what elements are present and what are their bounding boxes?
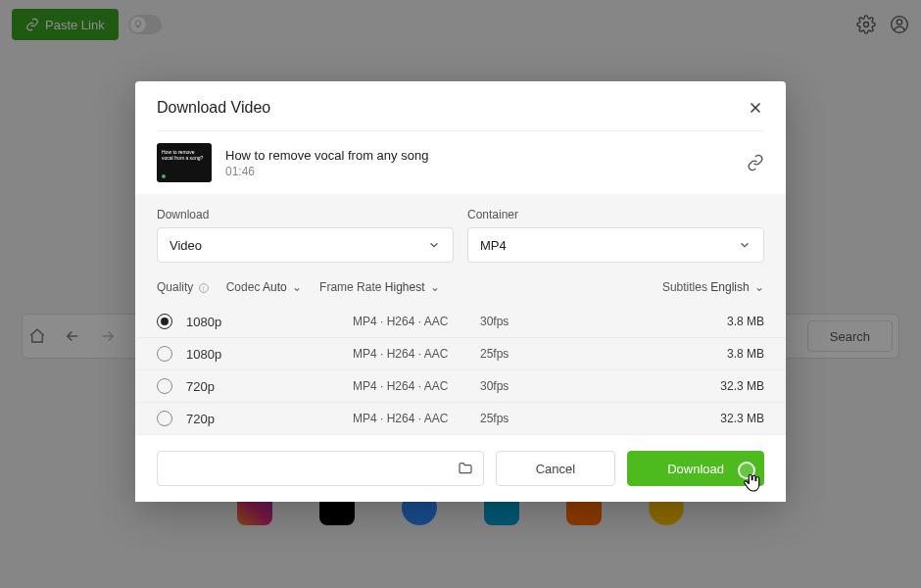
video-thumbnail: How to remove vocal from a song? (157, 143, 212, 182)
subtitles-filter[interactable]: Subtitles English ⌄ (662, 280, 764, 294)
open-link-icon[interactable] (747, 154, 764, 172)
quality-size: 32.3 MB (720, 379, 764, 393)
selects-bar: Download Video Container MP4 (135, 194, 786, 280)
radio-icon (157, 411, 172, 426)
filter-row: Quality i Codec Auto ⌄ Frame Rate Highes… (135, 280, 786, 306)
framerate-filter[interactable]: Frame Rate Highest ⌄ (319, 280, 440, 294)
modal-header: Download Video (135, 81, 786, 130)
radio-icon (157, 378, 172, 394)
codec-filter[interactable]: Codec Auto ⌄ (226, 280, 302, 294)
quality-list: 1080pMP4 · H264 · AAC30fps3.8 MB1080pMP4… (135, 306, 786, 434)
quality-label: Quality (157, 280, 193, 294)
quality-codec: MP4 · H264 · AAC (353, 347, 480, 361)
quality-codec: MP4 · H264 · AAC (353, 412, 480, 425)
quality-option[interactable]: 1080pMP4 · H264 · AAC30fps3.8 MB (135, 306, 786, 337)
cancel-label: Cancel (536, 462, 575, 476)
quality-option[interactable]: 720pMP4 · H264 · AAC25fps32.3 MB (135, 402, 786, 434)
output-path-field[interactable] (157, 451, 484, 486)
container-select-label: Container (467, 208, 764, 221)
container-select[interactable]: MP4 (467, 227, 764, 263)
quality-fps: 25fps (480, 412, 568, 425)
chevron-down-icon: ⌄ (430, 280, 440, 294)
radio-icon (157, 346, 172, 362)
cancel-button[interactable]: Cancel (496, 451, 615, 486)
quality-codec: MP4 · H264 · AAC (353, 379, 480, 393)
modal-title: Download Video (157, 99, 270, 117)
video-title: How to remove vocal from any song (225, 148, 428, 163)
quality-resolution: 1080p (186, 315, 353, 329)
chevron-down-icon: ⌄ (292, 280, 302, 294)
quality-option[interactable]: 720pMP4 · H264 · AAC30fps32.3 MB (135, 369, 786, 402)
quality-codec: MP4 · H264 · AAC (353, 315, 480, 328)
quality-size: 3.8 MB (727, 347, 764, 361)
thumb-text: How to remove vocal from a song? (162, 149, 203, 161)
quality-size: 3.8 MB (727, 315, 764, 328)
chevron-down-icon (427, 238, 441, 252)
download-label: Download (667, 462, 724, 476)
close-icon[interactable] (747, 99, 764, 117)
container-select-value: MP4 (480, 238, 507, 253)
quality-fps: 25fps (480, 347, 568, 361)
folder-icon (458, 461, 473, 476)
download-select-value: Video (170, 238, 202, 253)
chevron-down-icon: ⌄ (754, 280, 764, 294)
quality-resolution: 720p (186, 379, 353, 394)
quality-resolution: 720p (186, 412, 353, 426)
info-icon[interactable]: i (199, 283, 209, 293)
quality-size: 32.3 MB (720, 412, 764, 425)
video-info-row: How to remove vocal from a song? How to … (135, 131, 786, 194)
video-duration: 01:46 (225, 165, 428, 178)
download-type-select[interactable]: Video (157, 227, 454, 263)
download-select-label: Download (157, 208, 454, 221)
chevron-down-icon (738, 238, 751, 252)
quality-fps: 30fps (480, 315, 568, 328)
download-button[interactable]: Download (627, 451, 764, 486)
quality-option[interactable]: 1080pMP4 · H264 · AAC25fps3.8 MB (135, 337, 786, 369)
modal-footer: Cancel Download (135, 434, 786, 502)
radio-icon (157, 314, 172, 329)
quality-resolution: 1080p (186, 347, 353, 362)
quality-fps: 30fps (480, 379, 568, 393)
download-video-modal: Download Video How to remove vocal from … (135, 81, 786, 502)
